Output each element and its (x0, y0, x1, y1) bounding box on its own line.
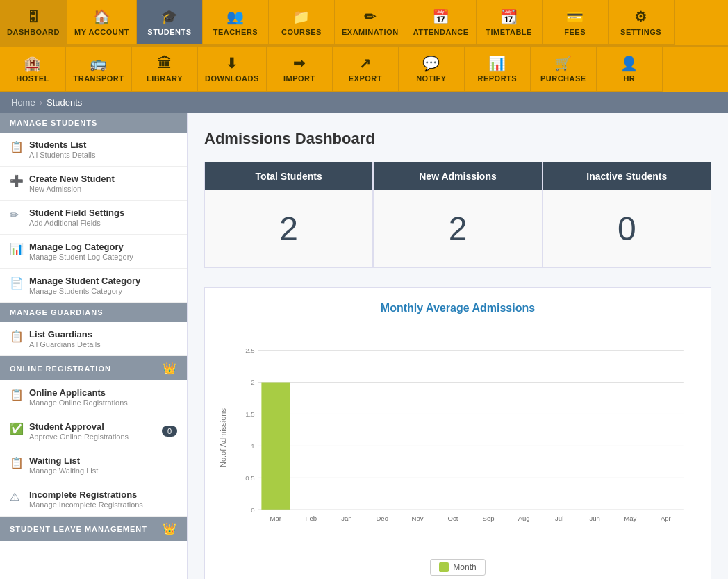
item-icon: 📋 (10, 140, 29, 153)
item-sub: New Admission (29, 185, 115, 193)
dashboard-icon: 🎛 (26, 9, 41, 25)
svg-text:2.5: 2.5 (245, 346, 254, 354)
svg-text:Dec: Dec (376, 514, 388, 522)
item-icon: ➕ (10, 174, 29, 187)
item-icon: ✏ (10, 208, 29, 221)
svg-text:May: May (624, 514, 636, 522)
nav-label: IMPORT (283, 74, 315, 83)
nav-label: EXAMINATION (342, 28, 399, 36)
nav-item-students[interactable]: 🎓STUDENTS (137, 0, 203, 45)
breadcrumb-current: Students (47, 97, 82, 108)
my-account-icon: 🏠 (93, 8, 111, 25)
svg-text:Jul: Jul (555, 514, 563, 522)
nav-label: DOWNLOADS (205, 74, 259, 83)
nav-item-transport[interactable]: 🚌TRANSPORT (66, 47, 132, 92)
courses-icon: 📁 (292, 8, 311, 25)
item-icon: 📋 (10, 456, 29, 469)
nav-label: MY ACCOUNT (74, 28, 129, 36)
sidebar-section-online-registration: ONLINE REGISTRATION👑 (0, 356, 187, 380)
item-icon: 📋 (10, 330, 29, 343)
nav-item-notify[interactable]: 💬NOTIFY (399, 47, 465, 92)
sidebar-item[interactable]: 📄 Manage Student Category Manage Student… (0, 269, 187, 303)
settings-icon: ⚙ (634, 8, 647, 25)
reports-icon: 📊 (488, 55, 506, 72)
nav-label: EXPORT (349, 74, 382, 83)
nav-item-import[interactable]: ➡IMPORT (267, 47, 333, 92)
main-content: Admissions Dashboard Total Students 2 Ne… (188, 113, 728, 579)
sidebar-section-manage-guardians: MANAGE GUARDIANS (0, 303, 187, 322)
crown-icon: 👑 (163, 362, 177, 375)
nav-label: DASHBOARD (7, 28, 60, 36)
nav-item-teachers[interactable]: 👥TEACHERS (203, 0, 269, 45)
nav-label: LIBRARY (147, 74, 183, 83)
sidebar-item[interactable]: ✅ Student Approval Approve Online Regist… (0, 414, 187, 448)
stat-card: Total Students 2 (204, 162, 373, 268)
stat-card: Inactive Students 0 (543, 162, 711, 268)
sidebar-item[interactable]: 📋 Waiting List Manage Waiting List (0, 448, 187, 482)
nav-item-hostel[interactable]: 🏨HOSTEL (0, 47, 66, 92)
item-title: Incomplete Registrations (29, 489, 143, 500)
item-title: Students List (29, 140, 95, 150)
export-icon: ↗ (359, 55, 372, 72)
sidebar-item[interactable]: ⚠ Incomplete Registrations Manage Incomp… (0, 482, 187, 517)
nav-item-reports[interactable]: 📊REPORTS (465, 47, 531, 92)
nav-item-downloads[interactable]: ⬇DOWNLOADS (198, 47, 267, 92)
sidebar-section-student-leave-management: STUDENT LEAVE MANAGEMENT👑 (0, 517, 187, 541)
item-title: Online Applicants (29, 387, 128, 398)
timetable-icon: 📆 (500, 8, 518, 25)
nav-label: HOSTEL (16, 74, 49, 83)
nav-item-purchase[interactable]: 🛒PURCHASE (531, 47, 597, 92)
svg-text:0: 0 (251, 506, 254, 514)
sidebar-item[interactable]: 📊 Manage Log Category Manage Student Log… (0, 235, 187, 269)
downloads-icon: ⬇ (226, 55, 238, 72)
nav-item-dashboard[interactable]: 🎛DASHBOARD (0, 0, 67, 45)
svg-text:Apr: Apr (661, 514, 672, 522)
svg-text:Oct: Oct (448, 514, 458, 522)
nav-item-export[interactable]: ↗EXPORT (333, 47, 399, 92)
chart-container: Monthly Average Admissions No.of Admissi… (204, 287, 711, 579)
svg-text:Jun: Jun (590, 514, 600, 522)
page-title: Admissions Dashboard (204, 130, 711, 148)
item-icon: ⚠ (10, 490, 29, 503)
stat-value: 2 (205, 190, 372, 267)
nav-item-examination[interactable]: ✏EXAMINATION (335, 0, 406, 45)
sidebar-item[interactable]: ➕ Create New Student New Admission (0, 167, 187, 201)
stat-value: 0 (543, 190, 711, 267)
nav-item-my-account[interactable]: 🏠MY ACCOUNT (67, 0, 137, 45)
nav-label: TRANSPORT (74, 74, 124, 83)
item-sub: Add Additional Fields (29, 219, 124, 227)
legend-month: Month (430, 559, 485, 576)
legend-dot (439, 562, 449, 572)
nav-item-attendance[interactable]: 📅ATTENDANCE (406, 0, 477, 45)
nav-item-library[interactable]: 🏛LIBRARY (132, 47, 198, 92)
svg-text:0.5: 0.5 (245, 474, 254, 482)
nav-item-settings[interactable]: ⚙SETTINGS (609, 0, 675, 45)
sidebar-item[interactable]: 📋 Students List All Students Details (0, 133, 187, 167)
svg-text:Sep: Sep (483, 514, 495, 522)
svg-text:Nov: Nov (411, 514, 423, 522)
nav-label: FEES (564, 28, 586, 36)
item-sub: All Students Details (29, 151, 95, 159)
item-title: List Guardians (29, 329, 101, 339)
svg-text:Aug: Aug (518, 514, 530, 522)
attendance-icon: 📅 (432, 8, 450, 25)
breadcrumb-home[interactable]: Home (11, 97, 35, 108)
chart-area: 00.511.522.5MarFebJanDecNovOctSepAugJulJ… (231, 326, 697, 551)
nav-item-courses[interactable]: 📁COURSES (269, 0, 335, 45)
nav-item-fees[interactable]: 💳FEES (543, 0, 609, 45)
item-title: Create New Student (29, 174, 115, 184)
nav-item-hr[interactable]: 👤HR (597, 47, 663, 92)
sidebar-item[interactable]: ✏ Student Field Settings Add Additional … (0, 201, 187, 235)
item-sub: Manage Waiting List (29, 467, 98, 475)
item-sub: Manage Student Log Category (29, 253, 133, 261)
sidebar-item[interactable]: 📋 Online Applicants Manage Online Regist… (0, 380, 187, 414)
sidebar-item[interactable]: 📋 List Guardians All Guardians Details (0, 322, 187, 356)
svg-text:1: 1 (251, 442, 254, 450)
nav-label: COURSES (281, 28, 322, 36)
nav-item-timetable[interactable]: 📆TIMETABLE (477, 0, 543, 45)
chart-legend: Month (219, 559, 697, 576)
svg-text:1.5: 1.5 (245, 410, 254, 418)
item-sub: Approve Online Registrations (29, 433, 129, 441)
item-sub: Manage Incomplete Registrations (29, 501, 143, 509)
item-title: Student Field Settings (29, 208, 124, 218)
